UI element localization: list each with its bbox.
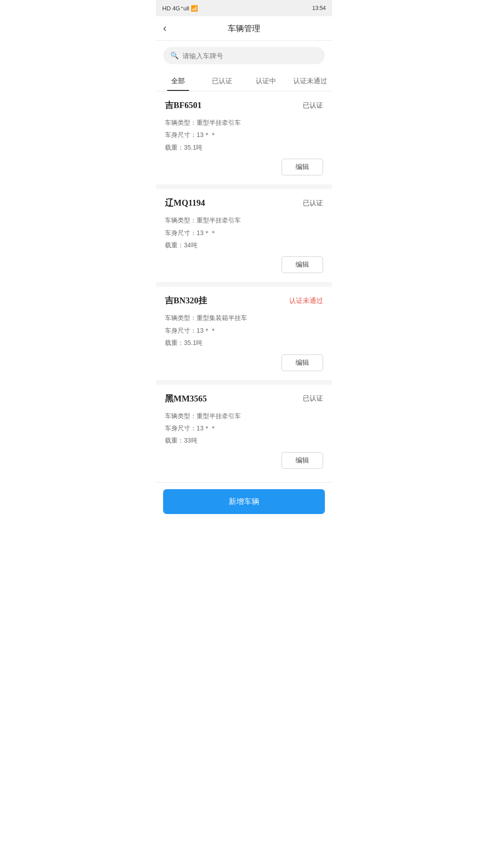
status-left: HD 4G⁺ull 📶: [162, 5, 198, 12]
search-icon: 🔍: [170, 52, 179, 60]
vehicle-size: 车身尺寸：13＊＊: [165, 326, 323, 335]
vehicle-card: 吉BN320挂 认证未通过 车辆类型：重型集装箱半挂车 车身尺寸：13＊＊ 载重…: [156, 287, 332, 380]
tab-failed[interactable]: 认证未通过: [288, 71, 333, 91]
network-info: HD 4G⁺ull 📶: [162, 5, 198, 12]
vehicle-status: 已认证: [303, 101, 323, 110]
vehicle-size: 车身尺寸：13＊＊: [165, 228, 323, 238]
vehicle-card: 吉BF6501 已认证 车辆类型：重型半挂牵引车 车身尺寸：13＊＊ 载重：35…: [156, 91, 332, 184]
add-vehicle-button[interactable]: 新增车辆: [163, 489, 325, 514]
search-input[interactable]: [183, 52, 318, 60]
tab-certifying[interactable]: 认证中: [244, 71, 288, 91]
edit-button[interactable]: 编辑: [282, 452, 323, 469]
edit-button[interactable]: 编辑: [282, 159, 323, 175]
tab-certified[interactable]: 已认证: [200, 71, 244, 91]
vehicle-weight: 载重：34吨: [165, 240, 323, 250]
search-section: 🔍: [156, 41, 332, 71]
vehicle-details: 车辆类型：重型半挂牵引车 车身尺寸：13＊＊ 载重：33吨: [165, 411, 323, 446]
vehicle-header: 吉BN320挂 认证未通过: [165, 295, 323, 307]
vehicle-status: 认证未通过: [289, 297, 323, 305]
vehicle-footer: 编辑: [165, 452, 323, 469]
vehicle-size: 车身尺寸：13＊＊: [165, 423, 323, 433]
vehicle-details: 车辆类型：重型半挂牵引车 车身尺寸：13＊＊ 载重：34吨: [165, 215, 323, 250]
vehicle-card: 黑MM3565 已认证 车辆类型：重型半挂牵引车 车身尺寸：13＊＊ 载重：33…: [156, 385, 332, 478]
vehicle-type: 车辆类型：重型集装箱半挂车: [165, 313, 323, 323]
add-vehicle-section: 新增车辆: [156, 482, 332, 520]
edit-button[interactable]: 编辑: [282, 256, 323, 273]
vehicle-weight: 载重：35.1吨: [165, 338, 323, 348]
vehicle-status: 已认证: [303, 199, 323, 208]
vehicle-footer: 编辑: [165, 354, 323, 371]
page-header: ‹ 车辆管理: [156, 16, 332, 41]
vehicle-type: 车辆类型：重型半挂牵引车: [165, 215, 323, 225]
vehicle-weight: 载重：33吨: [165, 435, 323, 445]
tabs-container: 全部 已认证 认证中 认证未通过: [156, 71, 332, 91]
back-button[interactable]: ‹: [163, 23, 166, 34]
vehicle-header: 黑MM3565 已认证: [165, 393, 323, 405]
vehicle-header: 吉BF6501 已认证: [165, 99, 323, 111]
vehicle-footer: 编辑: [165, 159, 323, 175]
vehicle-header: 辽MQ1194 已认证: [165, 197, 323, 209]
vehicle-list: 吉BF6501 已认证 车辆类型：重型半挂牵引车 车身尺寸：13＊＊ 载重：35…: [156, 91, 332, 478]
vehicle-type: 车辆类型：重型半挂牵引车: [165, 118, 323, 127]
vehicle-weight: 载重：35.1吨: [165, 142, 323, 152]
vehicle-type: 车辆类型：重型半挂牵引车: [165, 411, 323, 421]
status-bar: HD 4G⁺ull 📶 13:54: [156, 0, 332, 16]
vehicle-details: 车辆类型：重型集装箱半挂车 车身尺寸：13＊＊ 载重：35.1吨: [165, 313, 323, 348]
vehicle-card: 辽MQ1194 已认证 车辆类型：重型半挂牵引车 车身尺寸：13＊＊ 载重：34…: [156, 189, 332, 282]
vehicle-size: 车身尺寸：13＊＊: [165, 130, 323, 140]
vehicle-plate: 吉BF6501: [165, 99, 202, 111]
vehicle-details: 车辆类型：重型半挂牵引车 车身尺寸：13＊＊ 载重：35.1吨: [165, 118, 323, 152]
vehicle-status: 已认证: [303, 394, 323, 403]
status-right: 13:54: [312, 5, 326, 11]
edit-button[interactable]: 编辑: [282, 354, 323, 371]
page-title: 车辆管理: [228, 23, 260, 34]
vehicle-plate: 吉BN320挂: [165, 295, 207, 307]
time-display: 13:54: [312, 5, 326, 11]
vehicle-plate: 辽MQ1194: [165, 197, 205, 209]
tab-all[interactable]: 全部: [156, 71, 200, 91]
search-input-wrapper: 🔍: [163, 47, 325, 64]
vehicle-footer: 编辑: [165, 256, 323, 273]
vehicle-plate: 黑MM3565: [165, 393, 207, 405]
